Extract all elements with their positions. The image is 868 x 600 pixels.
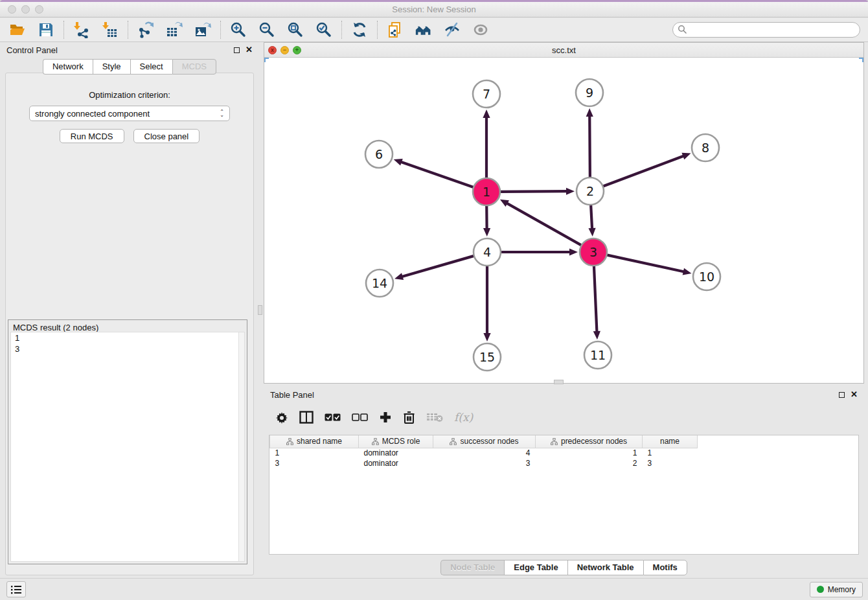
- export-image-icon[interactable]: [194, 21, 211, 38]
- toolbar-search: [672, 22, 860, 38]
- column-header-successor-nodes[interactable]: successor nodes: [433, 435, 536, 448]
- hide-selected-icon[interactable]: [444, 21, 461, 38]
- node-label: 14: [372, 276, 387, 290]
- control-panel: Control Panel ✕ NetworkStyleSelectMCDS O…: [0, 42, 259, 575]
- column-header-shared-name[interactable]: shared name: [270, 435, 359, 448]
- float-panel-icon[interactable]: [234, 47, 240, 53]
- delete-column-icon[interactable]: [403, 411, 415, 424]
- tab-style[interactable]: Style: [93, 59, 130, 75]
- save-session-icon[interactable]: [38, 21, 54, 38]
- show-all-icon[interactable]: [472, 21, 489, 38]
- search-input[interactable]: [672, 22, 860, 38]
- node-label: 4: [483, 245, 491, 259]
- node-label: 8: [702, 141, 709, 155]
- open-session-icon[interactable]: [9, 21, 26, 38]
- tab-edge-table[interactable]: Edge Table: [504, 560, 567, 575]
- table-row[interactable]: 3dominator323: [270, 458, 698, 468]
- graph-edge-3-11[interactable]: [594, 266, 597, 333]
- network-frame-title: scc.txt: [264, 45, 863, 55]
- node-table[interactable]: shared nameMCDS rolesuccessor nodesprede…: [269, 435, 859, 555]
- cytoscape-window: Session: New Session: [0, 0, 868, 600]
- graph-edge-3-10[interactable]: [607, 255, 685, 272]
- node-label: 2: [586, 184, 594, 198]
- edge-arrowhead: [566, 188, 575, 195]
- close-panel-button[interactable]: Close panel: [133, 129, 200, 143]
- mcds-panel: Optimization criterion: strongly connect…: [5, 73, 254, 575]
- main-titlebar[interactable]: Session: New Session: [0, 2, 868, 17]
- close-panel-icon[interactable]: ✕: [246, 47, 253, 53]
- zoom-selected-icon[interactable]: [315, 21, 332, 38]
- chevron-up-down-icon: ⌃⌄: [220, 110, 224, 117]
- table-panel: Table Panel ✕: [264, 387, 864, 575]
- search-icon: [678, 25, 687, 37]
- edge-arrowhead: [394, 273, 404, 280]
- table-row[interactable]: 1dominator411: [270, 448, 698, 458]
- vertical-splitter-handle[interactable]: [258, 305, 262, 315]
- node-label: 15: [479, 350, 495, 364]
- graph-edge-4-14[interactable]: [401, 256, 474, 277]
- function-builder-icon[interactable]: f(x): [454, 411, 473, 424]
- graph-edge-2-8[interactable]: [604, 156, 685, 186]
- clone-network-icon[interactable]: [387, 21, 404, 38]
- export-network-icon[interactable]: [137, 21, 154, 38]
- edge-arrowhead: [588, 228, 595, 237]
- table-settings-icon[interactable]: [275, 411, 288, 424]
- network-graph[interactable]: 1234678910111415: [264, 58, 863, 383]
- task-history-button[interactable]: [6, 581, 26, 597]
- first-neighbors-icon[interactable]: [415, 21, 432, 38]
- node-label: 1: [483, 185, 490, 199]
- graph-edge-3-1[interactable]: [506, 203, 581, 246]
- tab-mcds[interactable]: MCDS: [172, 59, 216, 75]
- horizontal-splitter-handle[interactable]: [554, 380, 564, 384]
- node-label: 7: [483, 87, 490, 101]
- control-panel-title: Control Panel: [6, 45, 58, 55]
- deselect-all-checks-icon[interactable]: [352, 413, 368, 422]
- close-panel-icon[interactable]: ✕: [851, 391, 858, 398]
- apply-layout-icon[interactable]: [351, 21, 368, 38]
- delete-table-icon[interactable]: [426, 412, 443, 422]
- table-panel-titlebar: Table Panel ✕: [264, 387, 864, 402]
- window-title: Session: New Session: [0, 5, 868, 14]
- main-toolbar: [0, 18, 868, 42]
- import-table-icon[interactable]: [102, 21, 119, 38]
- graph-edge-2-3[interactable]: [591, 205, 592, 230]
- select-all-checks-icon[interactable]: [325, 413, 341, 422]
- memory-label: Memory: [828, 585, 856, 594]
- network-frame-titlebar[interactable]: x − + scc.txt: [264, 43, 863, 58]
- export-table-icon[interactable]: [166, 21, 183, 38]
- column-header-predecessor-nodes[interactable]: predecessor nodes: [536, 435, 643, 448]
- edge-arrowhead: [394, 159, 403, 166]
- result-line: 3: [11, 343, 244, 354]
- zoom-out-icon[interactable]: [258, 21, 275, 38]
- graph-edge-2-9[interactable]: [589, 115, 590, 177]
- zoom-in-icon[interactable]: [230, 21, 247, 38]
- column-header-name[interactable]: name: [643, 435, 698, 448]
- float-panel-icon[interactable]: [839, 392, 845, 398]
- zoom-fit-icon[interactable]: [287, 21, 304, 38]
- toggle-panes-icon[interactable]: [299, 411, 314, 424]
- criterion-dropdown[interactable]: strongly connected component ⌃⌄: [29, 106, 230, 121]
- criterion-dropdown-value: strongly connected component: [35, 109, 150, 119]
- tab-network[interactable]: Network: [43, 59, 93, 75]
- node-label: 9: [586, 86, 593, 100]
- graph-edge-1-2[interactable]: [501, 191, 568, 192]
- memory-button[interactable]: Memory: [810, 582, 863, 597]
- network-canvas[interactable]: 1234678910111415: [264, 58, 863, 383]
- tab-network-table[interactable]: Network Table: [567, 560, 643, 575]
- add-column-icon[interactable]: [379, 411, 392, 424]
- tab-motifs[interactable]: Motifs: [643, 560, 687, 575]
- graph-edge-1-6[interactable]: [400, 161, 473, 187]
- hierarchy-icon: [286, 438, 293, 445]
- edge-arrowhead: [483, 228, 490, 237]
- edge-arrowhead: [586, 108, 593, 117]
- tab-node-table[interactable]: Node Table: [440, 560, 504, 575]
- run-mcds-button[interactable]: Run MCDS: [60, 129, 124, 143]
- result-scrollbar[interactable]: [238, 332, 244, 561]
- tab-select[interactable]: Select: [130, 59, 172, 75]
- table-panel-title: Table Panel: [270, 390, 314, 400]
- hierarchy-icon: [372, 438, 379, 445]
- import-network-icon[interactable]: [73, 21, 90, 38]
- column-header-MCDS-role[interactable]: MCDS role: [359, 435, 433, 448]
- mcds-result-list[interactable]: 13: [10, 332, 245, 562]
- control-panel-tabs: NetworkStyleSelectMCDS: [0, 59, 259, 75]
